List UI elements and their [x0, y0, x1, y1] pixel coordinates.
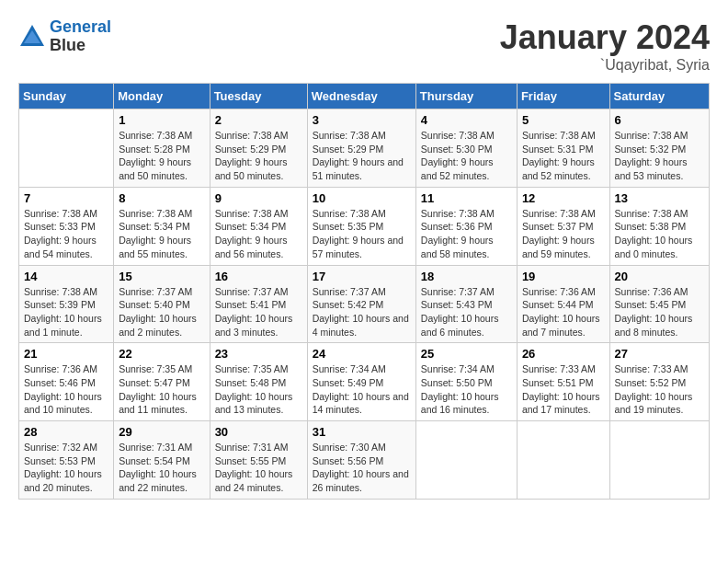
- calendar-cell: 23Sunrise: 7:35 AM Sunset: 5:48 PM Dayli…: [210, 343, 307, 421]
- calendar-cell: 7Sunrise: 7:38 AM Sunset: 5:33 PM Daylig…: [19, 187, 114, 265]
- day-number: 7: [24, 191, 108, 205]
- day-info: Sunrise: 7:33 AM Sunset: 5:52 PM Dayligh…: [615, 362, 704, 417]
- logo-text: General Blue: [50, 18, 111, 55]
- calendar-cell: 31Sunrise: 7:30 AM Sunset: 5:56 PM Dayli…: [307, 421, 415, 500]
- day-number: 30: [215, 425, 302, 439]
- weekday-header-row: SundayMondayTuesdayWednesdayThursdayFrid…: [19, 84, 710, 109]
- calendar-cell: 6Sunrise: 7:38 AM Sunset: 5:32 PM Daylig…: [609, 109, 709, 188]
- calendar-cell: 16Sunrise: 7:37 AM Sunset: 5:41 PM Dayli…: [210, 265, 307, 343]
- day-number: 14: [24, 270, 108, 283]
- day-info: Sunrise: 7:38 AM Sunset: 5:34 PM Dayligh…: [119, 207, 204, 261]
- calendar-cell: 20Sunrise: 7:36 AM Sunset: 5:45 PM Dayli…: [609, 265, 709, 343]
- day-number: 25: [421, 347, 512, 361]
- day-info: Sunrise: 7:38 AM Sunset: 5:39 PM Dayligh…: [24, 285, 108, 339]
- day-info: Sunrise: 7:38 AM Sunset: 5:29 PM Dayligh…: [313, 129, 411, 183]
- calendar-cell: 1Sunrise: 7:38 AM Sunset: 5:28 PM Daylig…: [114, 109, 210, 188]
- weekday-header-saturday: Saturday: [609, 84, 709, 109]
- day-number: 21: [24, 347, 108, 361]
- calendar-cell: 22Sunrise: 7:35 AM Sunset: 5:47 PM Dayli…: [114, 343, 210, 421]
- day-info: Sunrise: 7:38 AM Sunset: 5:31 PM Dayligh…: [522, 129, 605, 183]
- day-number: 16: [215, 270, 302, 283]
- calendar-cell: 26Sunrise: 7:33 AM Sunset: 5:51 PM Dayli…: [517, 343, 609, 421]
- day-info: Sunrise: 7:36 AM Sunset: 5:45 PM Dayligh…: [615, 285, 704, 339]
- day-number: 6: [615, 113, 704, 127]
- calendar-cell: 5Sunrise: 7:38 AM Sunset: 5:31 PM Daylig…: [517, 109, 609, 188]
- calendar-cell: 29Sunrise: 7:31 AM Sunset: 5:54 PM Dayli…: [114, 421, 210, 500]
- calendar-cell: 27Sunrise: 7:33 AM Sunset: 5:52 PM Dayli…: [609, 343, 709, 421]
- day-number: 13: [615, 191, 704, 205]
- page-header: General Blue January 2024 `Uqayribat, Sy…: [18, 18, 710, 74]
- weekday-header-monday: Monday: [114, 84, 210, 109]
- logo: General Blue: [18, 18, 111, 55]
- calendar-cell: [517, 421, 609, 500]
- day-info: Sunrise: 7:37 AM Sunset: 5:41 PM Dayligh…: [215, 285, 302, 339]
- calendar-week-5: 28Sunrise: 7:32 AM Sunset: 5:53 PM Dayli…: [19, 421, 710, 500]
- calendar-week-2: 7Sunrise: 7:38 AM Sunset: 5:33 PM Daylig…: [19, 187, 710, 265]
- day-info: Sunrise: 7:38 AM Sunset: 5:35 PM Dayligh…: [313, 207, 411, 261]
- calendar-cell: 28Sunrise: 7:32 AM Sunset: 5:53 PM Dayli…: [19, 421, 114, 500]
- day-number: 11: [421, 191, 512, 205]
- day-info: Sunrise: 7:31 AM Sunset: 5:55 PM Dayligh…: [215, 441, 302, 495]
- day-number: 5: [522, 113, 605, 127]
- day-number: 24: [313, 347, 411, 361]
- logo-icon: [18, 23, 46, 51]
- day-info: Sunrise: 7:37 AM Sunset: 5:40 PM Dayligh…: [119, 285, 204, 339]
- day-number: 23: [215, 347, 302, 361]
- day-number: 29: [119, 425, 204, 439]
- day-number: 12: [522, 191, 605, 205]
- calendar-cell: 12Sunrise: 7:38 AM Sunset: 5:37 PM Dayli…: [517, 187, 609, 265]
- calendar-header: SundayMondayTuesdayWednesdayThursdayFrid…: [19, 84, 710, 109]
- calendar-week-1: 1Sunrise: 7:38 AM Sunset: 5:28 PM Daylig…: [19, 109, 710, 188]
- weekday-header-sunday: Sunday: [19, 84, 114, 109]
- calendar-cell: 18Sunrise: 7:37 AM Sunset: 5:43 PM Dayli…: [415, 265, 517, 343]
- day-info: Sunrise: 7:30 AM Sunset: 5:56 PM Dayligh…: [313, 441, 411, 495]
- day-number: 1: [119, 113, 204, 127]
- weekday-header-tuesday: Tuesday: [210, 84, 307, 109]
- calendar-cell: 11Sunrise: 7:38 AM Sunset: 5:36 PM Dayli…: [415, 187, 517, 265]
- day-number: 20: [615, 270, 704, 283]
- day-info: Sunrise: 7:38 AM Sunset: 5:33 PM Dayligh…: [24, 207, 108, 261]
- day-number: 26: [522, 347, 605, 361]
- day-number: 15: [119, 270, 204, 283]
- day-info: Sunrise: 7:38 AM Sunset: 5:28 PM Dayligh…: [119, 129, 204, 183]
- day-info: Sunrise: 7:35 AM Sunset: 5:47 PM Dayligh…: [119, 362, 204, 417]
- day-number: 4: [421, 113, 512, 127]
- day-number: 28: [24, 425, 108, 439]
- calendar-cell: 17Sunrise: 7:37 AM Sunset: 5:42 PM Dayli…: [307, 265, 415, 343]
- calendar-cell: 14Sunrise: 7:38 AM Sunset: 5:39 PM Dayli…: [19, 265, 114, 343]
- calendar-week-3: 14Sunrise: 7:38 AM Sunset: 5:39 PM Dayli…: [19, 265, 710, 343]
- day-number: 8: [119, 191, 204, 205]
- day-number: 9: [215, 191, 302, 205]
- day-number: 3: [313, 113, 411, 127]
- weekday-header-friday: Friday: [517, 84, 609, 109]
- day-number: 2: [215, 113, 302, 127]
- calendar-cell: [415, 421, 517, 500]
- day-info: Sunrise: 7:35 AM Sunset: 5:48 PM Dayligh…: [215, 362, 302, 417]
- calendar-cell: 2Sunrise: 7:38 AM Sunset: 5:29 PM Daylig…: [210, 109, 307, 188]
- logo-line2: Blue: [50, 37, 111, 55]
- day-number: 27: [615, 347, 704, 361]
- day-info: Sunrise: 7:33 AM Sunset: 5:51 PM Dayligh…: [522, 362, 605, 417]
- day-number: 31: [313, 425, 411, 439]
- day-info: Sunrise: 7:31 AM Sunset: 5:54 PM Dayligh…: [119, 441, 204, 495]
- calendar-cell: 25Sunrise: 7:34 AM Sunset: 5:50 PM Dayli…: [415, 343, 517, 421]
- calendar-cell: 15Sunrise: 7:37 AM Sunset: 5:40 PM Dayli…: [114, 265, 210, 343]
- day-info: Sunrise: 7:32 AM Sunset: 5:53 PM Dayligh…: [24, 441, 108, 495]
- calendar-cell: 24Sunrise: 7:34 AM Sunset: 5:49 PM Dayli…: [307, 343, 415, 421]
- day-info: Sunrise: 7:36 AM Sunset: 5:44 PM Dayligh…: [522, 285, 605, 339]
- day-info: Sunrise: 7:37 AM Sunset: 5:43 PM Dayligh…: [421, 285, 512, 339]
- day-info: Sunrise: 7:34 AM Sunset: 5:50 PM Dayligh…: [421, 362, 512, 417]
- calendar-cell: [19, 109, 114, 188]
- calendar-cell: 9Sunrise: 7:38 AM Sunset: 5:34 PM Daylig…: [210, 187, 307, 265]
- calendar-cell: 21Sunrise: 7:36 AM Sunset: 5:46 PM Dayli…: [19, 343, 114, 421]
- day-info: Sunrise: 7:38 AM Sunset: 5:34 PM Dayligh…: [215, 207, 302, 261]
- calendar-cell: [609, 421, 709, 500]
- location-title: `Uqayribat, Syria: [500, 57, 710, 74]
- day-info: Sunrise: 7:38 AM Sunset: 5:29 PM Dayligh…: [215, 129, 302, 183]
- title-block: January 2024 `Uqayribat, Syria: [500, 18, 710, 74]
- calendar-cell: 30Sunrise: 7:31 AM Sunset: 5:55 PM Dayli…: [210, 421, 307, 500]
- weekday-header-wednesday: Wednesday: [307, 84, 415, 109]
- calendar-table: SundayMondayTuesdayWednesdayThursdayFrid…: [18, 83, 710, 500]
- calendar-cell: 10Sunrise: 7:38 AM Sunset: 5:35 PM Dayli…: [307, 187, 415, 265]
- day-info: Sunrise: 7:38 AM Sunset: 5:32 PM Dayligh…: [615, 129, 704, 183]
